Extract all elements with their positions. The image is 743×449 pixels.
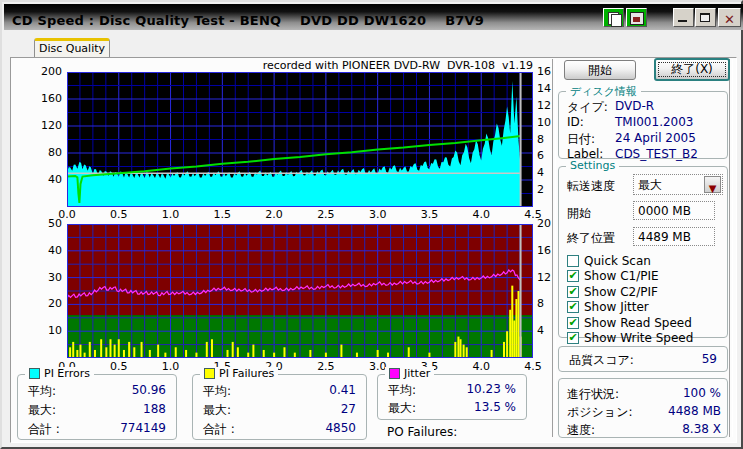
checkbox-quick-scan[interactable]: Quick Scan [567, 253, 651, 268]
axis-tick-label: 200 [32, 65, 62, 78]
progress-row-value: 4488 MB [615, 404, 721, 418]
checked-checkbox-icon[interactable]: ✔ [567, 286, 579, 298]
quality-score-label: 品質スコア: [569, 352, 634, 369]
axis-tick-label: 160 [32, 92, 62, 105]
checkbox-label: Show C2/PIF [584, 285, 658, 299]
po-failures-row: PO Failures: 1 [387, 425, 517, 441]
pi-errors-swatch-icon [29, 368, 40, 379]
axis-tick-label: 50 [32, 217, 62, 230]
close-icon: ✕ [724, 12, 735, 27]
axis-tick-label: 1.0 [156, 208, 186, 221]
save-icon [630, 12, 644, 25]
axis-tick-label: 40 [32, 173, 62, 186]
progress-row: 進行状況:100 % [567, 386, 721, 401]
checked-checkbox-icon[interactable]: ✔ [567, 301, 579, 313]
end-pos-input[interactable]: 4489 MB [633, 227, 715, 246]
pi-failures-legend: PI Failures [200, 367, 278, 380]
app-window: CD Speed : Disc Quality Test - BENQ DVD … [0, 0, 743, 449]
pi-failures-total: 4850 [325, 421, 356, 435]
axis-tick-label: 4.5 [518, 360, 548, 373]
start-pos-input[interactable]: 0000 MB [633, 201, 715, 220]
dropdown-button[interactable]: ▼ [704, 176, 721, 193]
start-button[interactable]: 開始 [564, 60, 636, 80]
jitter-avg: 10.23 % [466, 382, 516, 396]
avg-label: 平均: [28, 383, 56, 400]
axis-tick-label: 30 [32, 271, 62, 284]
axis-tick-label: 2.0 [259, 208, 289, 221]
total-label: 合計 : [28, 421, 60, 438]
disc-info-row-value: TMI001.2003 [615, 115, 693, 129]
pi-errors-legend: PI Errors [25, 367, 94, 380]
pi-failures-max: 27 [341, 402, 356, 416]
checkbox-show-c2-pif[interactable]: ✔Show C2/PIF [567, 284, 658, 299]
jitter-swatch-icon [389, 368, 400, 379]
axis-tick-label: 1.0 [156, 360, 186, 373]
progress-row: ポジション:4488 MB [567, 404, 721, 419]
axis-tick-label: 2.5 [311, 208, 341, 221]
checked-checkbox-icon[interactable]: ✔ [567, 317, 579, 329]
jitter-chart [67, 224, 533, 358]
checkbox-show-c1-pie[interactable]: ✔Show C1/PIE [567, 269, 659, 284]
jitter-stats-box: Jitter 平均:10.23 % 最大:13.5 % [377, 374, 527, 420]
disc-info-row-label: ID: [567, 115, 584, 129]
max-label: 最大: [203, 402, 231, 419]
minimize-button[interactable] [673, 8, 694, 27]
axis-tick-label: 10 [32, 324, 62, 337]
close-button[interactable]: ✕ [718, 8, 741, 27]
axis-tick-label: 0.5 [104, 208, 134, 221]
disc-info-group: ディスク情報 タイプ:DVD-RID:TMI001.2003日付:24 Apri… [558, 91, 728, 159]
disc-info-row: タイプ:DVD-R [567, 99, 721, 114]
copy-button[interactable] [603, 8, 624, 27]
pi-failures-stats-box: PI Failures 平均:0.41 最大:27 合計 :4850 [192, 374, 367, 440]
transfer-speed-label: 転送速度 [567, 178, 615, 195]
progress-box: 進行状況:100 %ポジション:4488 MB速度:8.38 X [558, 378, 728, 438]
progress-row-value: 100 % [615, 386, 721, 400]
checkbox-label: Show Jitter [584, 300, 649, 314]
disc-info-row: ID:TMI001.2003 [567, 115, 721, 130]
axis-tick-label: 16 [537, 65, 561, 78]
separator [729, 59, 733, 437]
po-failures-label: PO Failures: [387, 425, 457, 439]
pi-errors-max: 188 [143, 402, 166, 416]
transfer-speed-dropdown[interactable]: 最大 ▼ [633, 174, 723, 195]
axis-tick-label: 120 [32, 119, 62, 132]
transfer-speed-value: 最大 [638, 177, 662, 194]
unchecked-checkbox-icon[interactable] [567, 255, 579, 267]
recorded-with-note: recorded with PIONEER DVD-RW DVR-108 v1.… [202, 59, 533, 72]
disc-info-row: 日付:24 April 2005 [567, 131, 721, 146]
window-title: CD Speed : Disc Quality Test - BENQ DVD … [12, 13, 484, 28]
checkbox-label: Show Read Speed [584, 316, 692, 330]
axis-tick-label: 2.5 [311, 360, 341, 373]
maximize-icon [700, 13, 710, 22]
checked-checkbox-icon[interactable]: ✔ [567, 270, 579, 282]
quality-score-box: 品質スコア: 59 [558, 346, 728, 372]
tab-disc-quality[interactable]: Disc Quality [34, 38, 110, 58]
tab-label: Disc Quality [39, 42, 105, 55]
axis-tick-label: 20 [32, 297, 62, 310]
checked-checkbox-icon[interactable]: ✔ [567, 332, 579, 344]
avg-label: 平均: [203, 383, 231, 400]
save-button[interactable] [626, 8, 647, 27]
checkbox-show-jitter[interactable]: ✔Show Jitter [567, 300, 649, 315]
start-pos-label: 開始 [567, 205, 591, 222]
maximize-button[interactable] [695, 8, 716, 27]
minimize-icon [678, 20, 687, 22]
checkbox-show-write-speed[interactable]: ✔Show Write Speed [567, 331, 693, 346]
progress-row-label: 進行状況: [567, 386, 619, 403]
checkbox-label: Show C1/PIE [584, 269, 659, 283]
jitter-max: 13.5 % [474, 400, 516, 414]
axis-tick-label: 80 [32, 146, 62, 159]
checkbox-label: Show Write Speed [584, 331, 693, 345]
pi-errors-total: 774149 [120, 421, 166, 435]
disc-info-row-value: CDS_TEST_B2 [615, 147, 698, 161]
settings-group: Settings 転送速度 最大 ▼ 開始 0000 MB 終了位置 4489 … [558, 166, 728, 338]
axis-tick-label: 4.0 [466, 360, 496, 373]
settings-title: Settings [566, 159, 619, 172]
progress-row-value: 8.38 X [615, 422, 721, 436]
disc-info-row-label: 日付: [567, 131, 595, 148]
jitter-legend: Jitter [385, 367, 434, 380]
checkbox-show-read-speed[interactable]: ✔Show Read Speed [567, 315, 692, 330]
copy-icon [611, 14, 622, 27]
axis-tick-label: 40 [32, 244, 62, 257]
exit-button[interactable]: 終了(X) [654, 58, 730, 81]
